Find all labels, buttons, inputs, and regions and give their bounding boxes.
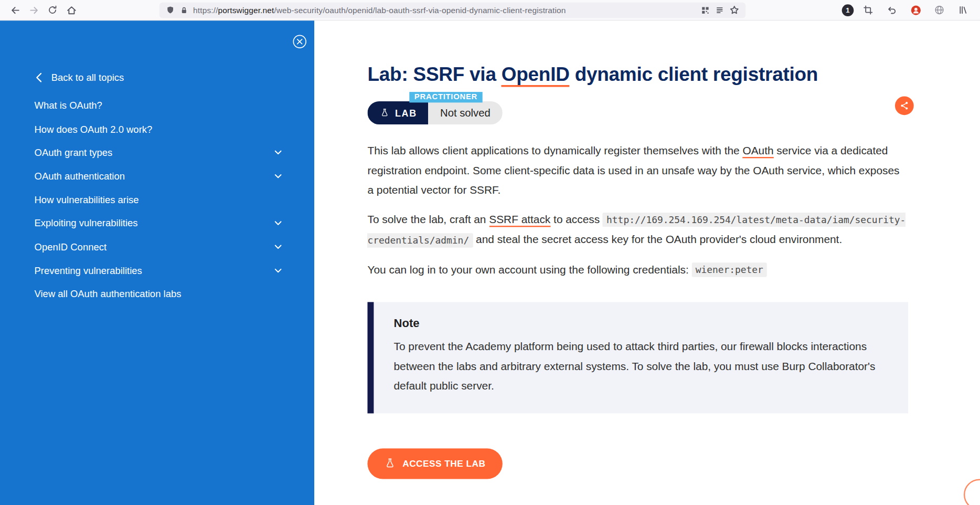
reload-button[interactable] <box>43 2 62 18</box>
browser-window: https://portswigger.net/web-security/oau… <box>0 0 980 505</box>
globe-extension-icon[interactable] <box>930 2 949 18</box>
share-button[interactable] <box>895 96 914 115</box>
chevron-down-icon <box>273 218 283 231</box>
extension-icon-red[interactable] <box>906 2 925 18</box>
chevron-left-icon <box>35 72 43 83</box>
undo-arrow-icon <box>887 5 897 15</box>
p2-text: and steal the secret access key for the … <box>473 233 842 246</box>
sidebar-item-label: OpenID Connect <box>35 241 107 252</box>
title-pre: Lab: SSRF via <box>367 63 501 85</box>
sidebar-item-what-is-oauth[interactable]: What is OAuth? <box>0 94 314 118</box>
red-avatar-icon <box>910 5 921 15</box>
chevron-down-icon <box>273 148 283 160</box>
sidebar-item-label: OAuth authentication <box>35 171 125 182</box>
home-icon <box>66 5 77 15</box>
practitioner-badge: PRACTITIONER <box>409 92 482 102</box>
back-button[interactable] <box>6 2 25 18</box>
reload-icon <box>48 5 58 15</box>
lock-icon[interactable] <box>180 5 188 15</box>
sidebar-item-label: How vulnerabilities arise <box>35 194 139 205</box>
floating-widget-partial[interactable] <box>964 479 980 505</box>
sidebar-item-label: OAuth grant types <box>35 147 113 158</box>
sidebar-item-view-all-labs[interactable]: View all OAuth authentication labs <box>0 282 314 306</box>
qr-code-icon[interactable] <box>700 5 710 15</box>
chevron-down-icon <box>273 266 283 278</box>
extension-badge-icon[interactable]: 1 <box>842 4 854 16</box>
sidebar-item-label: View all OAuth authentication labs <box>35 289 182 300</box>
title-openid-link[interactable]: OpenID <box>502 63 570 87</box>
back-arrow-icon <box>9 5 20 15</box>
sidebar-item-label: How does OAuth 2.0 work? <box>35 123 153 134</box>
close-icon <box>291 33 308 50</box>
home-button[interactable] <box>62 2 81 18</box>
sidebar-item-label: What is OAuth? <box>35 100 102 111</box>
credentials-paragraph: You can log in to your own account using… <box>367 260 908 280</box>
topic-sidebar: Back to all topics What is OAuth? How do… <box>0 20 314 505</box>
library-button[interactable] <box>954 2 973 18</box>
lab-solve-paragraph: To solve the lab, craft an SSRF attack t… <box>367 210 908 250</box>
status-badge: Not solved <box>428 101 502 124</box>
url-host: portswigger.net <box>218 5 274 15</box>
lab-status-banner: PRACTITIONER LAB Not solved <box>367 101 908 124</box>
sidebar-nav: What is OAuth? How does OAuth 2.0 work? … <box>0 94 314 306</box>
back-to-all-topics-link[interactable]: Back to all topics <box>0 20 314 83</box>
browser-chrome: https://portswigger.net/web-security/oau… <box>0 0 980 20</box>
back-link-label: Back to all topics <box>51 72 124 83</box>
ssrf-attack-link[interactable]: SSRF attack <box>489 213 550 227</box>
note-box: Note To prevent the Academy platform bei… <box>367 302 908 413</box>
lab-tag: LAB <box>367 101 428 124</box>
url-text: https://portswigger.net/web-security/oau… <box>193 5 566 15</box>
sidebar-item-preventing-vulnerabilities[interactable]: Preventing vulnerabilities <box>0 259 314 282</box>
lab-tag-label: LAB <box>395 108 417 118</box>
extension-toolbar: 1 <box>842 2 975 18</box>
note-body: To prevent the Academy platform being us… <box>394 337 883 396</box>
screenshot-button[interactable] <box>859 2 878 18</box>
access-the-lab-button[interactable]: ACCESS THE LAB <box>367 448 502 479</box>
code-snippet-credentials: wiener:peter <box>692 262 767 277</box>
p1-text: This lab allows client applications to d… <box>367 144 742 157</box>
share-icon <box>899 101 909 111</box>
sidebar-item-label: Preventing vulnerabilities <box>35 265 142 276</box>
oauth-link[interactable]: OAuth <box>742 144 773 158</box>
chevron-down-icon <box>273 171 283 184</box>
p3-text: You can log in to your own account using… <box>367 263 691 276</box>
flask-icon <box>380 108 389 118</box>
note-title: Note <box>394 317 883 330</box>
bookmark-star-icon[interactable] <box>729 5 739 15</box>
undo-button[interactable] <box>882 2 901 18</box>
sidebar-close-button[interactable] <box>291 33 308 50</box>
url-bar[interactable]: https://portswigger.net/web-security/oau… <box>159 2 745 18</box>
flask-icon <box>385 457 396 470</box>
p2-text: To solve the lab, craft an <box>367 213 489 226</box>
page-title: Lab: SSRF via OpenID dynamic client regi… <box>367 63 908 86</box>
lab-description-paragraph: This lab allows client applications to d… <box>367 141 908 201</box>
sidebar-item-how-oauth-works[interactable]: How does OAuth 2.0 work? <box>0 118 314 141</box>
chevron-down-icon <box>273 242 283 255</box>
url-bar-actions <box>700 5 739 15</box>
extension-badge-count: 1 <box>846 6 849 14</box>
sidebar-item-vulnerabilities-arise[interactable]: How vulnerabilities arise <box>0 188 314 212</box>
globe-icon <box>934 5 944 15</box>
lab-card: Lab: SSRF via OpenID dynamic client regi… <box>340 35 932 505</box>
lab-status-pill: LAB Not solved <box>367 101 502 124</box>
sidebar-item-label: Exploiting vulnerabilities <box>35 218 138 229</box>
shield-icon[interactable] <box>166 5 175 15</box>
forward-button[interactable] <box>24 2 43 18</box>
access-button-label: ACCESS THE LAB <box>402 458 485 468</box>
url-path: /web-security/oauth/openid/lab-oauth-ssr… <box>274 5 566 15</box>
forward-arrow-icon <box>28 5 39 15</box>
sidebar-item-exploiting-vulnerabilities[interactable]: Exploiting vulnerabilities <box>0 212 314 235</box>
reader-mode-icon[interactable] <box>715 5 725 15</box>
url-scheme: https:// <box>193 5 218 15</box>
crop-icon <box>863 5 873 15</box>
sidebar-item-oauth-authentication[interactable]: OAuth authentication <box>0 164 314 188</box>
sidebar-item-grant-types[interactable]: OAuth grant types <box>0 141 314 164</box>
library-icon <box>958 5 968 15</box>
p2-text: to access <box>550 213 603 226</box>
title-post: dynamic client registration <box>570 63 818 85</box>
sidebar-item-openid-connect[interactable]: OpenID Connect <box>0 235 314 259</box>
lab-content-area: Lab: SSRF via OpenID dynamic client regi… <box>314 20 980 505</box>
